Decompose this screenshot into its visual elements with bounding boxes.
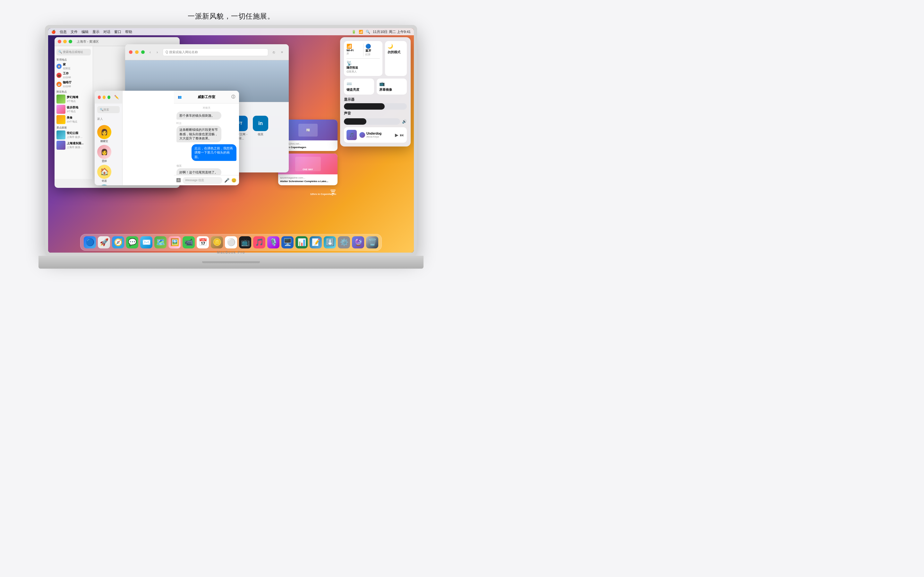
dock-podcasts[interactable]: 🎙️ — [267, 236, 279, 248]
search-icon[interactable]: 🔍 — [366, 30, 370, 34]
safari-nav: ‹ › — [147, 49, 160, 55]
menu-item-file[interactable]: 文件 — [71, 29, 78, 34]
dock-safari[interactable]: 🧭 — [112, 236, 124, 248]
cc-sound-section: 声音 🔊 — [344, 111, 407, 126]
dock-calendar[interactable]: 📅 — [197, 236, 209, 248]
safari-back-button[interactable]: ‹ — [147, 49, 153, 55]
chat-emoji-icon[interactable]: 😊 — [231, 178, 236, 183]
cc-bluetooth[interactable]: 🔵 蓝牙 打开 — [365, 44, 380, 56]
menu-item-window[interactable]: 窗口 — [114, 29, 121, 34]
safari-minimize-button[interactable] — [135, 50, 139, 54]
maps-favorite-home[interactable]: 🏠 家在附近 — [57, 63, 91, 70]
favorites-title: 常用地点 — [57, 58, 91, 61]
window-messages: ✏️ 🔍 搜索 家人 👩 糖糖宝 — [95, 91, 239, 185]
close-button[interactable] — [58, 40, 61, 43]
safari-share-button[interactable]: ⎋ — [271, 49, 276, 55]
maps-favorite-work[interactable]: 💼 工作22分钟 — [57, 71, 91, 79]
dock-mail[interactable]: ✉️ — [140, 236, 152, 248]
maps-place-park[interactable]: 世纪公园上海市 徒步... — [57, 131, 91, 139]
dock-photos[interactable]: 🖼️ — [168, 236, 181, 248]
maps-explore-hike[interactable]: 徒步胜地3个地点 — [57, 105, 91, 114]
cc-display-slider[interactable] — [344, 103, 407, 110]
cc-row-1: 📶 Wi-Fi 开 🔵 蓝牙 打开 — [344, 41, 407, 76]
wifi-icon: 📶 — [359, 30, 363, 34]
contact-jinxi[interactable]: 👨 金熙 — [97, 185, 111, 185]
dock-maps[interactable]: 🗺️ — [154, 236, 166, 248]
dock-siri[interactable]: 🔮 — [352, 236, 364, 248]
messages-minimize-button[interactable] — [103, 95, 105, 99]
cc-play-button[interactable]: ▶ — [395, 132, 399, 137]
menu-item-view[interactable]: 显示 — [92, 29, 99, 34]
contact-tangtangbao[interactable]: 👩 糖糖宝 — [97, 125, 111, 143]
maps-explore-beach[interactable]: 梦幻海滩3个地点 — [57, 95, 91, 103]
maps-place-pudong[interactable]: 上海浦东国...上海市 旅游... — [57, 141, 91, 150]
chat-header: 👥 威影工作室 ⓘ — [174, 91, 239, 103]
safari-forward-button[interactable]: › — [154, 49, 160, 55]
cc-network-tile: 📶 Wi-Fi 开 🔵 蓝牙 打开 — [344, 41, 383, 76]
menu-item-edit[interactable]: 编辑 — [81, 29, 89, 34]
messages-search-placeholder: 搜索 — [103, 108, 109, 112]
dock-launchpad[interactable]: 🚀 — [98, 236, 110, 248]
datetime-display: 11月10日 周二 上午9:41 — [373, 29, 411, 34]
chat-input-placeholder: iMessage 信息 — [185, 178, 204, 182]
chat-audio-icon[interactable]: 🎤 — [224, 178, 229, 183]
messages-close-button[interactable] — [98, 95, 101, 99]
dock-finder[interactable]: 🔵 — [84, 236, 96, 248]
menu-item-conversation[interactable]: 对话 — [103, 29, 110, 34]
cc-screen-mirror-tile[interactable]: 📺 屏幕镜像 — [376, 79, 407, 95]
chat-recipient-name: 威影工作室 — [198, 95, 215, 99]
maps-favorite-cafe[interactable]: ☕ 咖啡厅22分钟 — [57, 81, 91, 88]
minimize-button[interactable] — [63, 40, 67, 43]
dock-displaylink[interactable]: 🖥️ — [281, 236, 294, 248]
cc-now-playing: 🎵 Underdog Alicia Keys — [344, 127, 407, 143]
contact-neighbor[interactable]: 🏠 邻居 — [97, 165, 111, 183]
maximize-button[interactable] — [69, 40, 72, 43]
safari-newtab-button[interactable]: + — [279, 49, 285, 55]
cc-airdrop[interactable]: 📡 隔空投送 仅联系人 — [347, 61, 380, 73]
chat-info-icon[interactable]: ⓘ — [231, 94, 235, 100]
family-label: 家人 — [95, 116, 122, 122]
messages-search[interactable]: 🔍 搜索 — [97, 106, 120, 113]
safari-addressbar[interactable]: Q 搜索或输入网站名称 — [163, 48, 268, 56]
contact-wanting[interactable]: 👩 雯婷 — [97, 145, 111, 163]
cc-music-controls: ▶ ⏭ — [395, 132, 404, 137]
safari-toolbar: ‹ › Q 搜索或输入网站名称 ⎋ + — [125, 44, 289, 60]
dock-messages[interactable]: 💬 — [126, 236, 138, 248]
chat-sender-yeyun2: 领英 — [176, 164, 236, 168]
cc-next-button[interactable]: ⏭ — [400, 132, 404, 137]
page-headline: 一派新风貌，一切任施展。 — [0, 0, 462, 21]
safari-close-button[interactable] — [129, 50, 132, 54]
sound-speaker-icon: 🔊 — [402, 119, 407, 124]
dock-settings[interactable]: ⚙️ — [338, 236, 350, 248]
chat-msg-2: 这条断断续续的片段更有节奏感，镜头街接也更流畅，大大提升了整体效果。 — [176, 126, 236, 142]
dock-pages[interactable]: 📝 — [310, 236, 322, 248]
menubar-left: 🍎 信息 文件 编辑 显示 对话 窗口 帮助 — [51, 29, 132, 34]
menu-item-help[interactable]: 帮助 — [125, 29, 132, 34]
cc-keyboard-tile[interactable]: ⌨️ 键盘亮度 — [344, 79, 374, 95]
dock-coins[interactable]: 🪙 — [211, 236, 223, 248]
dock-numbers[interactable]: 📊 — [296, 236, 308, 248]
dock-music[interactable]: 🎵 — [253, 236, 265, 248]
dock-appletv[interactable]: 📺 — [239, 236, 251, 248]
dock-facetime[interactable]: 📹 — [183, 236, 195, 248]
chat-messages: 对前天 那个鼻车的镜头很刺激。 叶云 这条断断续续的片段更有节奏感，镜头街接也更… — [174, 103, 239, 175]
macbook-model-label: MacBook Pro — [217, 250, 245, 254]
menu-item-app[interactable]: 信息 — [60, 29, 67, 34]
messages-maximize-button[interactable] — [107, 95, 110, 99]
chat-input-field[interactable]: iMessage 信息 — [183, 177, 222, 184]
safari-maximize-button[interactable] — [141, 50, 145, 54]
cc-dnd-tile[interactable]: 🌙 勿扰模式 — [385, 41, 407, 76]
svg-rect-0 — [330, 190, 336, 190]
new-message-icon[interactable]: ✏️ — [114, 95, 119, 99]
dock-trash[interactable]: 🗑️ — [366, 236, 378, 248]
chat-attachment-icon[interactable]: 🅰 — [176, 178, 181, 183]
macbook-body: 🍎 信息 文件 编辑 显示 对话 窗口 帮助 🔋 📶 🔍 11月10日 周二 上… — [45, 25, 417, 256]
cc-wifi[interactable]: 📶 Wi-Fi 开 — [347, 44, 361, 56]
maps-search[interactable]: 🔍 搜索地点或地址 — [57, 49, 91, 55]
maps-explore-food[interactable]: 美食23个地点 — [57, 115, 91, 124]
bookmark-linkedin[interactable]: in 领英 — [252, 116, 269, 141]
dock-appstore[interactable]: ⬇️ — [324, 236, 336, 248]
dock-reminders[interactable]: ⚪ — [225, 236, 237, 248]
apple-menu[interactable]: 🍎 — [51, 30, 56, 34]
cc-sound-slider[interactable] — [344, 118, 400, 125]
